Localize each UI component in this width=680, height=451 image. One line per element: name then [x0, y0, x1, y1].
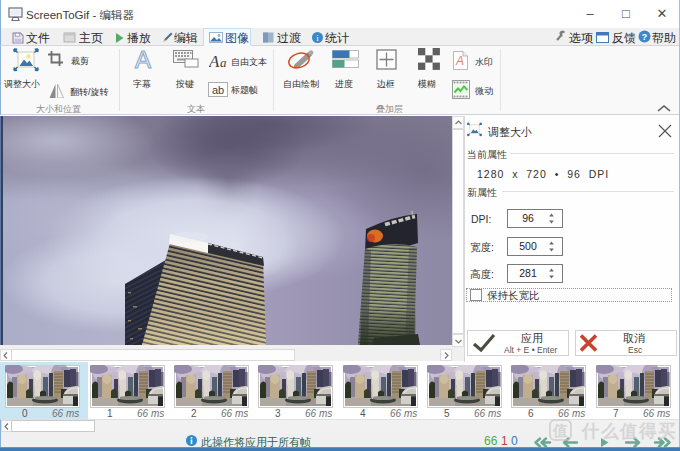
svg-text:a: a [220, 55, 227, 68]
svg-text:值: 值 [552, 422, 568, 439]
svg-text:ab: ab [212, 84, 224, 96]
svg-text:A: A [455, 54, 464, 68]
svg-text:A: A [209, 54, 220, 68]
svg-text:A: A [135, 48, 151, 71]
svg-text:?: ? [642, 31, 648, 42]
svg-text:什么值得买: 什么值得买 [581, 421, 677, 441]
